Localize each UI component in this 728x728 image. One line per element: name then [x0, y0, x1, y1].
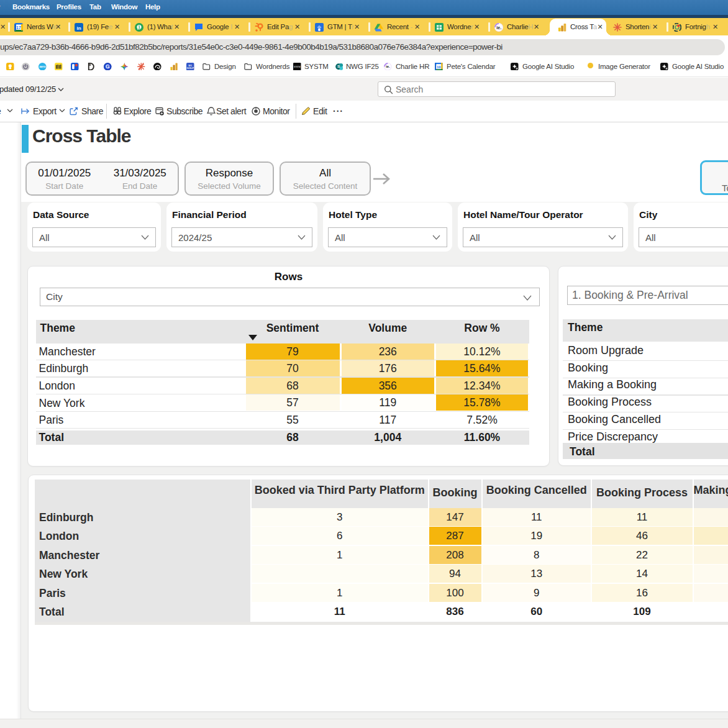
svg-text:in: in [76, 25, 81, 30]
svg-text:GOLF: GOLF [187, 66, 194, 70]
svg-text:ie.: ie. [496, 25, 501, 29]
svg-text:17: 17 [16, 25, 21, 29]
svg-text:SYSTM: SYSTM [294, 65, 301, 68]
svg-text:S: S [337, 64, 340, 68]
svg-text:xero: xero [39, 65, 45, 68]
svg-text:10: 10 [437, 65, 441, 68]
svg-text:1: 1 [138, 25, 140, 29]
svg-text:G: G [106, 63, 110, 70]
svg-text:ie.: ie. [386, 65, 390, 68]
